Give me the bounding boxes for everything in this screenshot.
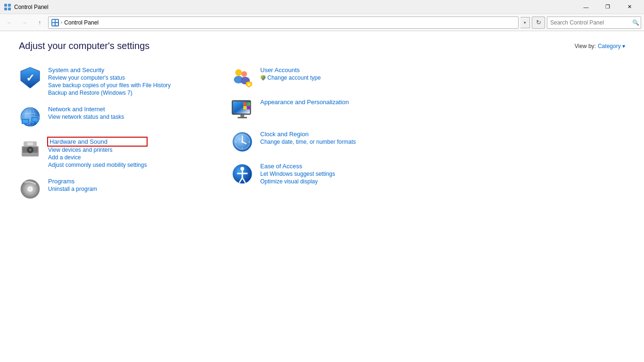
system-security-content: System and Security Review your computer…	[48, 66, 171, 96]
right-column: ★ User Accounts	[231, 63, 443, 206]
title-bar: Control Panel — ❐ ✕	[0, 0, 644, 14]
programs-icon	[19, 178, 41, 200]
chevron-down-icon: ▾	[622, 43, 625, 49]
page-header: Adjust your computer's settings View by:…	[19, 41, 625, 51]
add-device-link[interactable]: Add a device	[48, 154, 147, 161]
search-input[interactable]	[547, 16, 641, 29]
refresh-button[interactable]: ↻	[532, 16, 545, 29]
forward-button[interactable]: →	[18, 16, 31, 29]
page-title: Adjust your computer's settings	[19, 41, 149, 51]
backup-restore-link[interactable]: Backup and Restore (Windows 7)	[48, 90, 171, 96]
close-button[interactable]: ✕	[619, 0, 640, 14]
user-accounts-icon: ★	[231, 66, 254, 89]
svg-rect-1	[8, 4, 11, 7]
search-button[interactable]: 🔍	[632, 19, 639, 26]
category-network-internet: Network and Internet View network status…	[19, 102, 231, 134]
user-accounts-title[interactable]: User Accounts	[260, 66, 321, 74]
maximize-button[interactable]: ❐	[597, 0, 619, 14]
category-user-accounts: ★ User Accounts	[231, 63, 443, 95]
hardware-content: Hardware and Sound View devices and prin…	[48, 138, 147, 168]
programs-title[interactable]: Programs	[48, 178, 97, 185]
clock-icon	[231, 131, 254, 153]
content-area: Adjust your computer's settings View by:…	[0, 31, 644, 362]
network-content: Network and Internet View network status…	[48, 106, 124, 120]
left-column: ✓ System and Security Review your comput…	[19, 63, 231, 206]
svg-rect-43	[247, 106, 250, 109]
svg-rect-0	[4, 4, 7, 7]
date-time-link[interactable]: Change date, time, or number formats	[260, 139, 356, 145]
category-hardware-sound: Hardware and Sound View devices and prin…	[19, 134, 231, 174]
file-history-link[interactable]: Save backup copies of your files with Fi…	[48, 82, 171, 89]
programs-content: Programs Uninstall a program	[48, 178, 97, 192]
path-text: Control Panel	[64, 19, 99, 26]
category-system-security: ✓ System and Security Review your comput…	[19, 63, 231, 102]
clock-region-content: Clock and Region Change date, time, or n…	[260, 131, 356, 145]
svg-point-31	[235, 69, 242, 76]
window-icon	[4, 3, 11, 11]
system-security-icon: ✓	[19, 66, 41, 89]
hardware-title[interactable]: Hardware and Sound	[48, 138, 147, 146]
view-by-label: View by:	[575, 43, 596, 49]
category-ease-access: Ease of Access Let Windows suggest setti…	[231, 159, 443, 191]
category-programs: Programs Uninstall a program	[19, 174, 231, 206]
svg-rect-17	[25, 124, 26, 125]
appearance-icon	[231, 99, 254, 121]
review-status-link[interactable]: Review your computer's status	[48, 74, 171, 81]
ease-icon	[231, 163, 254, 185]
window-title: Control Panel	[14, 4, 575, 10]
windows-suggest-link[interactable]: Let Windows suggest settings	[260, 171, 335, 177]
system-security-title[interactable]: System and Security	[48, 66, 171, 74]
ease-access-content: Ease of Access Let Windows suggest setti…	[260, 163, 335, 185]
address-path[interactable]: › Control Panel	[48, 16, 519, 29]
svg-text:✓: ✓	[26, 72, 34, 84]
category-appearance: Appearance and Personalization	[231, 95, 443, 127]
svg-rect-2	[4, 8, 7, 10]
svg-point-25	[30, 149, 31, 150]
clock-region-title[interactable]: Clock and Region	[260, 131, 356, 138]
svg-point-33	[241, 71, 247, 77]
user-accounts-content: User Accounts Change account type	[260, 66, 321, 81]
view-by-value[interactable]: Category ▾	[598, 43, 625, 49]
mobility-settings-link[interactable]: Adjust commonly used mobility settings	[48, 162, 147, 168]
up-button[interactable]: ↑	[33, 16, 46, 29]
svg-rect-45	[238, 117, 247, 118]
svg-point-30	[29, 188, 31, 190]
svg-marker-37	[261, 75, 265, 81]
network-title[interactable]: Network and Internet	[48, 106, 124, 113]
svg-rect-20	[34, 122, 36, 123]
hardware-icon	[19, 138, 41, 160]
category-clock-region: Clock and Region Change date, time, or n…	[231, 127, 443, 159]
svg-rect-19	[32, 118, 38, 121]
categories-grid: ✓ System and Security Review your comput…	[19, 63, 443, 206]
path-icon	[51, 19, 59, 26]
svg-point-50	[241, 141, 243, 143]
address-dropdown-button[interactable]: ▾	[520, 17, 530, 28]
window-controls: — ❐ ✕	[575, 0, 640, 14]
svg-rect-5	[56, 20, 58, 22]
change-account-link[interactable]: Change account type	[267, 74, 321, 81]
ease-access-title[interactable]: Ease of Access	[260, 163, 335, 170]
appearance-content: Appearance and Personalization	[260, 99, 349, 106]
minimize-button[interactable]: —	[575, 0, 597, 14]
svg-text:★: ★	[248, 83, 251, 86]
search-container: 🔍	[547, 16, 641, 29]
appearance-title[interactable]: Appearance and Personalization	[260, 99, 349, 106]
svg-rect-4	[52, 20, 55, 22]
svg-rect-7	[56, 23, 58, 25]
optimize-visual-link[interactable]: Optimize visual display	[260, 178, 335, 185]
shield-icon	[260, 74, 266, 81]
address-bar: ← → ↑ › Control Panel ▾ ↻ 🔍	[0, 14, 644, 31]
svg-rect-27	[27, 142, 33, 145]
view-by-control: View by: Category ▾	[575, 43, 625, 49]
back-button[interactable]: ←	[3, 16, 16, 29]
svg-rect-44	[240, 115, 244, 117]
network-status-link[interactable]: View network status and tasks	[48, 114, 124, 120]
svg-rect-42	[243, 106, 247, 109]
view-devices-link[interactable]: View devices and printers	[48, 147, 147, 153]
svg-rect-16	[23, 120, 28, 123]
uninstall-link[interactable]: Uninstall a program	[48, 186, 97, 192]
network-icon	[19, 106, 41, 128]
svg-rect-41	[247, 102, 250, 106]
svg-rect-6	[52, 23, 55, 25]
svg-rect-40	[243, 102, 247, 106]
